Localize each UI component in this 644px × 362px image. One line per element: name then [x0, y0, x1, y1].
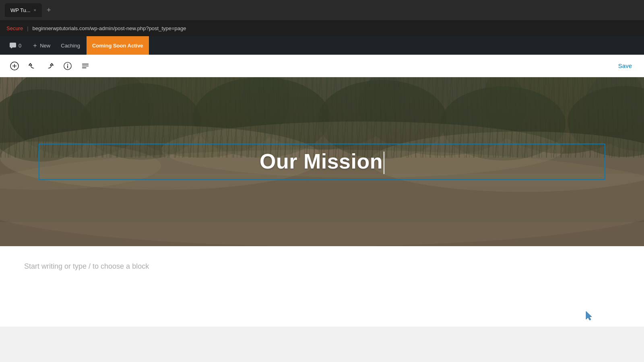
admin-bar-new[interactable]: ＋ New: [28, 36, 54, 55]
svg-point-7: [67, 64, 68, 64]
page-title[interactable]: Our Mission: [260, 149, 384, 174]
add-block-icon: [10, 61, 19, 71]
info-icon: [63, 62, 72, 70]
cover-block[interactable]: Our Mission: [0, 77, 644, 246]
tab-close-icon[interactable]: ×: [34, 8, 36, 12]
browser-chrome: WP Tu... × +: [0, 0, 644, 20]
coming-soon-label: Coming Soon Active: [92, 43, 143, 49]
svg-rect-0: [10, 43, 16, 47]
save-label: Save: [618, 62, 632, 69]
undo-icon: [28, 62, 37, 70]
undo-button[interactable]: [24, 58, 40, 74]
editor-content: Our Mission Start writing or type / to c…: [0, 77, 644, 362]
plus-icon: ＋: [32, 41, 38, 50]
admin-bar-caching[interactable]: Caching: [57, 36, 84, 55]
url-text[interactable]: beginnerwptutorials.com/wp-admin/post-ne…: [33, 25, 186, 31]
toolbar-left: [6, 58, 93, 74]
new-label: New: [40, 43, 50, 49]
url-divider: |: [27, 25, 28, 31]
caching-label: Caching: [61, 43, 80, 49]
wp-admin-bar: 0 ＋ New Caching Coming Soon Active: [0, 36, 644, 55]
page-title-text: Our Mission: [260, 150, 383, 173]
list-view-icon: [81, 62, 90, 70]
redo-button[interactable]: [42, 58, 58, 74]
svg-marker-1: [11, 47, 12, 48]
tab-bar: WP Tu... × +: [5, 3, 54, 17]
admin-bar-comments[interactable]: 0: [6, 36, 25, 55]
post-content-area[interactable]: Start writing or type / to choose a bloc…: [0, 246, 644, 327]
block-placeholder[interactable]: Start writing or type / to choose a bloc…: [24, 262, 620, 271]
comment-icon: [10, 43, 17, 48]
comment-count: 0: [19, 43, 21, 49]
tab-title: WP Tu...: [10, 7, 31, 13]
new-tab-button[interactable]: +: [43, 4, 54, 16]
coming-soon-button[interactable]: Coming Soon Active: [87, 36, 149, 55]
active-tab[interactable]: WP Tu... ×: [5, 3, 42, 17]
info-button[interactable]: [60, 58, 76, 74]
title-block[interactable]: Our Mission: [39, 144, 605, 180]
add-block-button[interactable]: [6, 58, 23, 74]
cover-block-inner: Our Mission: [0, 77, 644, 246]
text-cursor: [384, 152, 384, 174]
address-bar: Secure | beginnerwptutorials.com/wp-admi…: [0, 20, 644, 36]
redo-icon: [45, 62, 54, 70]
editor-toolbar: Save: [0, 55, 644, 77]
save-button[interactable]: Save: [613, 59, 638, 72]
list-view-button[interactable]: [77, 58, 93, 74]
secure-badge: Secure: [6, 25, 23, 31]
